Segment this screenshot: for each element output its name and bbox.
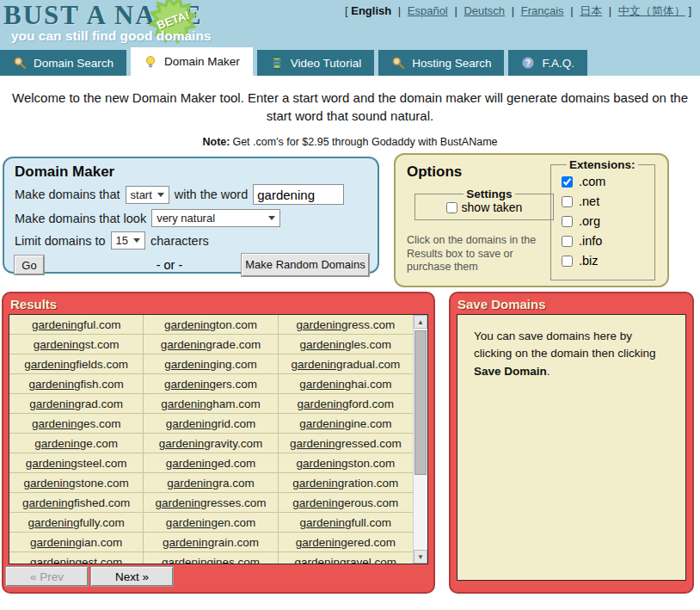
domain-link[interactable]: gardeningrad.com <box>29 397 123 410</box>
domain-link[interactable]: gardeningresses.com <box>155 496 266 509</box>
extension-option-info[interactable]: .info <box>562 234 654 248</box>
domain-result-cell[interactable]: gardeningfields.com <box>9 354 144 374</box>
next-page-button[interactable]: Next » <box>91 567 173 586</box>
domain-link[interactable]: gardeningradual.com <box>291 358 400 371</box>
domain-link[interactable]: gardeningful.com <box>32 318 121 331</box>
domain-link[interactable]: gardeningfull.com <box>300 516 392 529</box>
prev-page-button[interactable]: « Prev <box>6 567 88 586</box>
extension-option-biz[interactable]: .biz <box>562 254 654 268</box>
domain-link[interactable]: gardeningst.com <box>34 338 120 351</box>
domain-result-cell[interactable]: gardeningers.com <box>144 374 278 394</box>
domain-result-cell[interactable]: gardeningress.com <box>279 315 413 335</box>
domain-result-cell[interactable]: gardeningrid.com <box>144 414 278 434</box>
domain-link[interactable]: gardeningine.com <box>299 417 391 430</box>
domain-link[interactable]: gardeningress.com <box>296 318 395 331</box>
domain-link[interactable]: gardeningrade.com <box>161 338 261 351</box>
extension-checkbox-net[interactable] <box>562 196 573 207</box>
domain-result-cell[interactable]: gardeningfished.com <box>9 493 144 513</box>
extension-checkbox-biz[interactable] <box>562 256 573 267</box>
language-link[interactable]: Deutsch <box>464 4 505 17</box>
tab-f-a-q[interactable]: ?F.A.Q. <box>508 50 587 76</box>
domain-result-cell[interactable]: gardeningles.com <box>279 335 413 354</box>
domain-result-cell[interactable]: gardeningst.com <box>9 335 144 354</box>
domain-link[interactable]: gardeninged.com <box>166 457 255 470</box>
domain-result-cell[interactable]: gardeningrad.com <box>9 394 144 414</box>
domain-result-cell[interactable]: gardeninging.com <box>144 354 278 374</box>
extension-option-net[interactable]: .net <box>562 194 654 208</box>
domain-result-cell[interactable]: gardeningered.com <box>279 533 413 552</box>
extension-option-org[interactable]: .org <box>562 214 654 228</box>
scroll-up-button[interactable]: ▲ <box>414 315 427 329</box>
domain-result-cell[interactable]: gardeningerous.com <box>279 493 413 513</box>
tab-domain-maker[interactable]: Domain Maker <box>131 47 253 76</box>
start-word-input[interactable] <box>253 184 344 205</box>
domain-link[interactable]: gardeningravity.com <box>159 437 263 450</box>
domain-result-cell[interactable]: gardeningravel.com <box>279 552 413 564</box>
domain-link[interactable]: gardeningers.com <box>164 378 257 391</box>
language-link[interactable]: Français <box>521 4 564 17</box>
domain-link[interactable]: gardeningra.com <box>167 477 254 490</box>
domain-result-cell[interactable]: gardeningston.com <box>279 453 413 473</box>
results-scrollbar[interactable]: ▲ ▼ <box>413 315 427 564</box>
domain-link[interactable]: gardenington.com <box>164 318 257 331</box>
domain-link[interactable]: gardeningered.com <box>296 536 396 549</box>
domain-result-cell[interactable]: gardeningresses.com <box>144 493 278 513</box>
extension-checkbox-info[interactable] <box>562 236 573 247</box>
domain-link[interactable]: gardeninghai.com <box>299 378 391 391</box>
domain-result-cell[interactable]: gardeningest.com <box>9 552 144 564</box>
go-button[interactable]: Go <box>15 256 44 274</box>
domain-result-cell[interactable]: gardeninged.com <box>144 453 278 473</box>
scrollbar-thumb[interactable] <box>414 330 427 475</box>
tab-domain-search[interactable]: Domain Search <box>0 50 126 76</box>
domain-link[interactable]: gardeningfully.com <box>28 516 125 529</box>
domain-link[interactable]: gardeningfields.com <box>24 358 128 371</box>
domain-link[interactable]: gardeningfish.com <box>29 378 124 391</box>
domain-result-cell[interactable]: gardeningradual.com <box>279 354 413 374</box>
domain-result-cell[interactable]: gardeningfull.com <box>279 513 413 533</box>
domain-link[interactable]: gardeningsteel.com <box>26 457 127 470</box>
domain-link[interactable]: gardeningston.com <box>296 457 395 470</box>
language-link[interactable]: 日本 <box>580 4 602 17</box>
show-taken-checkbox[interactable] <box>446 202 457 213</box>
word-position-select[interactable]: start <box>126 186 169 204</box>
extension-option-com[interactable]: .com <box>562 175 654 188</box>
show-taken-option[interactable]: show taken <box>446 200 523 214</box>
domain-link[interactable]: gardeningest.com <box>30 556 122 565</box>
domain-link[interactable]: gardeninges.com <box>32 417 121 430</box>
domain-result-cell[interactable]: gardeningration.com <box>279 473 413 493</box>
domain-result-cell[interactable]: gardeningham.com <box>144 394 278 414</box>
domain-result-cell[interactable]: gardeningrain.com <box>144 533 278 552</box>
language-link[interactable]: Español <box>408 4 448 17</box>
tab-video-tutorial[interactable]: Video Tutorial <box>257 50 374 76</box>
domain-link[interactable]: gardeningressed.com <box>290 437 402 450</box>
domain-result-cell[interactable]: gardeningful.com <box>9 315 144 335</box>
domain-result-cell[interactable]: gardeningstone.com <box>9 473 144 493</box>
domain-link[interactable]: gardeningration.com <box>292 477 398 490</box>
domain-result-cell[interactable]: gardeningian.com <box>9 533 144 552</box>
domain-link[interactable]: gardeningstone.com <box>23 477 128 490</box>
domain-result-cell[interactable]: gardeninge.com <box>9 434 144 453</box>
tab-hosting-search[interactable]: Hosting Search <box>378 50 504 76</box>
extension-checkbox-com[interactable] <box>562 176 573 188</box>
language-link[interactable]: 中文（简体） <box>618 4 685 17</box>
domain-link[interactable]: gardeningravel.com <box>295 556 397 565</box>
domain-link[interactable]: gardeningfished.com <box>22 496 130 509</box>
domain-link[interactable]: gardeningrain.com <box>163 536 259 549</box>
domain-result-cell[interactable]: gardeningravity.com <box>144 434 278 453</box>
char-limit-select[interactable]: 15 <box>111 231 145 250</box>
domain-result-cell[interactable]: gardeningrade.com <box>144 335 278 354</box>
extension-checkbox-org[interactable] <box>562 216 573 227</box>
domain-link[interactable]: gardeningen.com <box>166 516 255 529</box>
domain-result-cell[interactable]: gardeningressed.com <box>279 434 413 453</box>
domain-result-cell[interactable]: gardeninghai.com <box>279 374 413 394</box>
domain-link[interactable]: gardeningines.com <box>162 556 260 565</box>
domain-link[interactable]: gardeningham.com <box>161 397 261 410</box>
domain-link[interactable]: gardeningles.com <box>300 338 392 351</box>
domain-result-cell[interactable]: gardeningfully.com <box>9 513 144 533</box>
domain-result-cell[interactable]: gardenington.com <box>144 315 278 335</box>
domain-link[interactable]: gardeningrid.com <box>166 417 255 430</box>
scroll-down-button[interactable]: ▼ <box>414 550 427 564</box>
domain-result-cell[interactable]: gardeningen.com <box>144 513 278 533</box>
domain-link[interactable]: gardeninge.com <box>34 437 118 450</box>
domain-result-cell[interactable]: gardeningines.com <box>144 552 278 564</box>
